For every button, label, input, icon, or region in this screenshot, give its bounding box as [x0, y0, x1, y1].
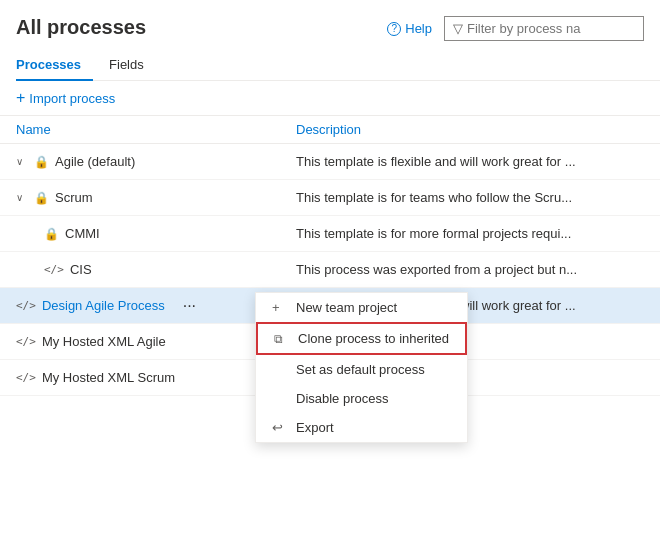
cell-desc: This process was exported from a project…: [296, 262, 644, 277]
lock-icon: 🔒: [34, 155, 49, 169]
export-icon: ↩: [272, 420, 288, 435]
toolbar: + Import process: [0, 81, 660, 116]
lock-icon: 🔒: [44, 227, 59, 241]
plus-icon: +: [16, 89, 25, 107]
cell-name: </> My Hosted XML Agile: [16, 334, 296, 349]
cell-name: ∨ 🔒 Scrum: [16, 190, 296, 205]
cell-name: </> CIS: [16, 262, 296, 277]
row-name: My Hosted XML Scrum: [42, 370, 175, 385]
code-icon: </>: [16, 335, 36, 348]
tab-bar: Processes Fields: [16, 49, 660, 81]
menu-item-label: New team project: [296, 300, 397, 315]
plus-icon: +: [272, 300, 288, 315]
import-label: Import process: [29, 91, 115, 106]
cell-desc: This template is for teams who follow th…: [296, 190, 644, 205]
row-name: My Hosted XML Agile: [42, 334, 166, 349]
menu-item-label: Export: [296, 420, 334, 435]
help-button[interactable]: ? Help: [387, 21, 432, 36]
row-name: CMMI: [65, 226, 100, 241]
header-actions: ? Help ▽: [387, 16, 644, 41]
menu-item-set-default[interactable]: Set as default process: [256, 355, 467, 384]
tab-fields[interactable]: Fields: [109, 49, 156, 80]
import-process-button[interactable]: + Import process: [16, 89, 115, 107]
cell-desc: This template is flexible and will work …: [296, 154, 644, 169]
chevron-icon[interactable]: ∨: [16, 192, 28, 203]
filter-icon: ▽: [453, 21, 463, 36]
menu-item-new-team[interactable]: + New team project: [256, 293, 467, 322]
table-row: ∨ 🔒 Scrum This template is for teams who…: [0, 180, 660, 216]
code-icon: </>: [16, 371, 36, 384]
cell-desc: This template is for more formal project…: [296, 226, 644, 241]
menu-item-export[interactable]: ↩ Export: [256, 413, 467, 442]
row-name: CIS: [70, 262, 92, 277]
row-name: Agile (default): [55, 154, 135, 169]
menu-item-label: Set as default process: [296, 362, 425, 377]
cell-name: ∨ 🔒 Agile (default): [16, 154, 296, 169]
menu-item-disable[interactable]: Disable process: [256, 384, 467, 413]
table-row: </> CIS This process was exported from a…: [0, 252, 660, 288]
col-header-desc: Description: [296, 122, 644, 137]
page-header: All processes ? Help ▽: [0, 0, 660, 41]
help-icon: ?: [387, 22, 401, 36]
row-name: Scrum: [55, 190, 93, 205]
code-icon: </>: [16, 299, 36, 312]
more-options-button[interactable]: ···: [179, 296, 200, 316]
tab-processes[interactable]: Processes: [16, 49, 93, 80]
cell-name: </> Design Agile Process ···: [16, 296, 296, 316]
context-menu: + New team project ⧉ Clone process to in…: [255, 292, 468, 443]
col-header-name: Name: [16, 122, 296, 137]
table-row: ∨ 🔒 Agile (default) This template is fle…: [0, 144, 660, 180]
page-title: All processes: [16, 16, 146, 39]
cell-name: </> My Hosted XML Scrum: [16, 370, 296, 385]
code-icon: </>: [44, 263, 64, 276]
filter-input-container[interactable]: ▽: [444, 16, 644, 41]
menu-item-label: Disable process: [296, 391, 389, 406]
chevron-icon[interactable]: ∨: [16, 156, 28, 167]
cell-name: 🔒 CMMI: [16, 226, 296, 241]
menu-item-clone[interactable]: ⧉ Clone process to inherited: [256, 322, 467, 355]
table-row: 🔒 CMMI This template is for more formal …: [0, 216, 660, 252]
help-label: Help: [405, 21, 432, 36]
filter-input[interactable]: [467, 21, 635, 36]
table-header: Name Description: [0, 116, 660, 144]
menu-item-label: Clone process to inherited: [298, 331, 449, 346]
row-name-link[interactable]: Design Agile Process: [42, 298, 165, 313]
clone-icon: ⧉: [274, 332, 290, 346]
lock-icon: 🔒: [34, 191, 49, 205]
